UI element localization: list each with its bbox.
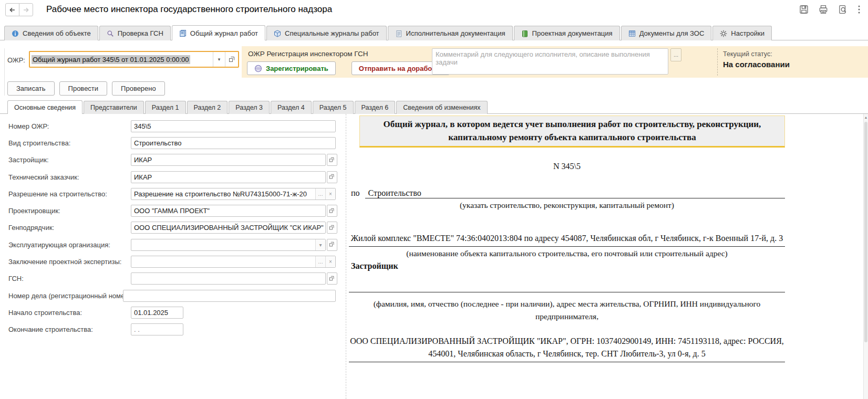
field-input-developer[interactable]: ИКАР bbox=[131, 154, 326, 166]
registration-panel-title: ОЖР Регистрация инспектором ГСН bbox=[248, 50, 368, 58]
document-title-cell[interactable]: Общий журнал, в котором ведется учет вып… bbox=[359, 116, 785, 148]
ozhr-dropdown-button[interactable]: ▾ bbox=[213, 52, 225, 67]
field-input-construction-permit[interactable]: Разрешение на строительство №RU74315000-… bbox=[131, 188, 336, 200]
open-icon bbox=[229, 56, 235, 62]
developer-section-label: Застройщик bbox=[351, 261, 785, 271]
field-label-general-contractor: Генподрядчик: bbox=[0, 224, 131, 232]
tab-object-info[interactable]: Сведения об объекте bbox=[4, 26, 98, 40]
field-select-button-expertise-conclusion[interactable]: … bbox=[315, 256, 325, 267]
info-icon bbox=[12, 30, 19, 37]
field-input-construction-start[interactable]: 01.01.2025 bbox=[131, 307, 183, 319]
object-name-hint: (наименование объекта капитального строи… bbox=[349, 249, 785, 258]
tab-settings[interactable]: Настройки bbox=[712, 26, 772, 40]
field-clear-button-expertise-conclusion[interactable]: × bbox=[325, 256, 335, 267]
field-value-general-contractor: ООО СПЕЦИАЛИЗИРОВАННЫЙ ЗАСТРОЙЩИК "СК ИК… bbox=[131, 222, 325, 233]
ozhr-value[interactable]: Общий журнал работ 345\5 от 01.01.2025 0… bbox=[30, 52, 213, 67]
tab-section-5[interactable]: Раздел 5 bbox=[313, 101, 354, 114]
open-icon bbox=[329, 157, 335, 163]
tab-content: Номер ОЖР:345\5Вид строительства:Строите… bbox=[0, 114, 868, 399]
tab-special-journals[interactable]: Специальные журналы работ bbox=[266, 26, 387, 40]
document-action-bar: ЗаписатьПровестиПроверено bbox=[7, 81, 165, 96]
field-input-technical-customer[interactable]: ИКАР bbox=[131, 171, 326, 183]
tab-gsn-check[interactable]: Проверка ГСН bbox=[99, 26, 171, 40]
write-button[interactable]: Записать bbox=[7, 81, 55, 96]
developer-hint: (фамилия, имя, отчество (последнее - при… bbox=[349, 298, 785, 323]
vertical-scrollbar[interactable]: ▲ bbox=[863, 114, 868, 399]
tab-change-info[interactable]: Сведения об изменениях bbox=[396, 101, 487, 114]
tab-section-2[interactable]: Раздел 2 bbox=[187, 101, 228, 114]
field-open-button-designer[interactable] bbox=[327, 205, 337, 217]
tab-zos-docs[interactable]: Документы для ЗОС bbox=[621, 26, 712, 40]
form-row-general-contractor: Генподрядчик:ООО СПЕЦИАЛИЗИРОВАННЫЙ ЗАСТ… bbox=[0, 219, 344, 236]
tab-representatives[interactable]: Представители bbox=[84, 101, 144, 114]
status-divider bbox=[717, 48, 718, 76]
field-dropdown-button-operating-org[interactable]: ▾ bbox=[315, 239, 325, 250]
field-input-expertise-conclusion[interactable]: …× bbox=[131, 256, 336, 268]
rework-button-label: Отправить на доработку bbox=[359, 65, 442, 72]
field-input-general-contractor[interactable]: ООО СПЕЦИАЛИЗИРОВАННЫЙ ЗАСТРОЙЩИК "СК ИК… bbox=[131, 222, 326, 234]
field-input-gsn[interactable] bbox=[131, 272, 326, 285]
field-input-case-number[interactable] bbox=[123, 290, 336, 302]
field-input-ozhr-number[interactable]: 345\5 bbox=[131, 120, 336, 132]
ozhr-select-field[interactable]: Общий журнал работ 345\5 от 01.01.2025 0… bbox=[29, 51, 239, 68]
field-value-construction-permit: Разрешение на строительство №RU74315000-… bbox=[131, 188, 315, 200]
save-icon[interactable] bbox=[799, 5, 809, 14]
field-open-button-general-contractor[interactable] bbox=[327, 222, 337, 234]
field-input-construction-kind[interactable]: Строительство bbox=[131, 137, 336, 149]
object-name: Жилой комплекс "ВМЕСТЕ" 74:36:0402013:80… bbox=[349, 232, 785, 247]
field-value-construction-kind: Строительство bbox=[131, 138, 335, 149]
field-select-button-construction-permit[interactable]: … bbox=[315, 188, 325, 200]
forward-button[interactable] bbox=[19, 3, 33, 16]
field-label-ozhr-number: Номер ОЖР: bbox=[0, 122, 131, 130]
print-icon[interactable] bbox=[819, 5, 828, 14]
tab-section-1[interactable]: Раздел 1 bbox=[145, 101, 186, 114]
panel-splitter[interactable] bbox=[346, 114, 346, 399]
tab-label: Представители bbox=[90, 104, 137, 111]
back-button[interactable] bbox=[5, 3, 19, 16]
register-button[interactable]: Зарегистрировать bbox=[247, 61, 336, 75]
window-toolbar bbox=[799, 5, 861, 14]
field-label-designer: Проектировщик: bbox=[0, 207, 131, 215]
field-input-construction-end[interactable]: . . bbox=[131, 323, 183, 335]
tab-section-4[interactable]: Раздел 4 bbox=[271, 101, 312, 114]
field-input-operating-org[interactable]: ▾ bbox=[131, 239, 326, 251]
comment-expand-button[interactable]: ... bbox=[670, 48, 681, 61]
journal-icon bbox=[179, 29, 187, 37]
field-open-button-gsn[interactable] bbox=[327, 272, 337, 285]
post-button[interactable]: Провести bbox=[59, 81, 108, 96]
preview-icon[interactable] bbox=[838, 5, 848, 14]
verified-button[interactable]: Проверено bbox=[112, 81, 165, 96]
field-open-button-developer[interactable] bbox=[327, 154, 337, 166]
tab-general-work-journal[interactable]: Общий журнал работ bbox=[172, 25, 265, 40]
scroll-up-icon[interactable]: ▲ bbox=[864, 114, 868, 121]
field-label-construction-permit: Разрешение на строительство: bbox=[0, 190, 131, 198]
comment-input[interactable] bbox=[432, 48, 668, 75]
field-input-designer[interactable]: ООО "ГАММА ПРОЕКТ" bbox=[131, 205, 326, 217]
tab-executive-docs[interactable]: Исполнительная документация bbox=[388, 26, 513, 40]
current-status-value: На согласовании bbox=[723, 60, 790, 69]
page-title: Рабочее место инспектора государственног… bbox=[46, 4, 332, 15]
field-label-operating-org: Эксплуатирующая организация: bbox=[0, 241, 131, 249]
form-row-construction-permit: Разрешение на строительство:Разрешение н… bbox=[0, 185, 344, 202]
tab-label: Основные сведения bbox=[14, 104, 76, 111]
field-label-expertise-conclusion: Заключение проектной экспертизы: bbox=[0, 258, 131, 266]
field-open-button-technical-customer[interactable] bbox=[327, 171, 337, 183]
form-row-operating-org: Эксплуатирующая организация:▾ bbox=[0, 236, 344, 253]
tab-project-docs[interactable]: Проектная документация bbox=[514, 26, 620, 40]
tab-section-6[interactable]: Раздел 6 bbox=[355, 101, 396, 114]
field-label-construction-kind: Вид строительства: bbox=[0, 139, 131, 147]
cube-icon bbox=[274, 30, 281, 37]
scrollbar-thumb[interactable] bbox=[864, 122, 867, 342]
open-icon bbox=[329, 225, 335, 231]
field-value-operating-org bbox=[131, 239, 315, 250]
field-value-construction-end: . . bbox=[131, 324, 183, 335]
field-value-ozhr-number: 345\5 bbox=[131, 121, 335, 132]
field-clear-button-construction-permit[interactable]: × bbox=[325, 188, 335, 200]
tab-section-3[interactable]: Раздел 3 bbox=[229, 101, 270, 114]
ozhr-open-button[interactable] bbox=[225, 52, 238, 67]
more-menu-icon[interactable] bbox=[857, 5, 861, 14]
field-value-construction-start: 01.01.2025 bbox=[131, 307, 183, 318]
tab-main-info[interactable]: Основные сведения bbox=[7, 100, 82, 114]
book-green-icon bbox=[521, 30, 529, 37]
field-open-button-operating-org[interactable] bbox=[327, 239, 337, 251]
